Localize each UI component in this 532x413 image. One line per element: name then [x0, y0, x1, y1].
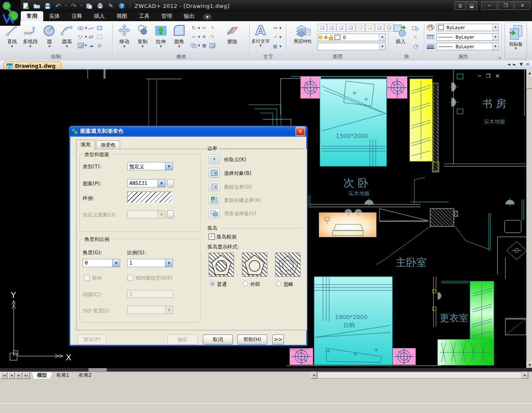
angle-combo[interactable]: 0 ▼ — [83, 259, 120, 267]
align-icon[interactable]: ≋ — [200, 33, 208, 40]
point-icon[interactable] — [76, 33, 85, 40]
pattern-browse-button[interactable]: .. — [167, 179, 174, 187]
layer-lock-icon[interactable]: ❏ — [356, 24, 365, 32]
cancel-button[interactable]: 取消 — [203, 334, 233, 344]
help-icon[interactable]: ? — [118, 2, 126, 10]
create-block-icon[interactable] — [411, 25, 419, 32]
ribbon-tab-insert[interactable]: 插入 — [88, 11, 111, 21]
tab-hatch[interactable]: 填充 — [76, 140, 95, 150]
island-normal-radio[interactable] — [209, 281, 215, 286]
pattern-combo-arrow-icon[interactable]: ▼ — [158, 179, 165, 187]
island-ignore-label[interactable]: 忽略 — [283, 281, 293, 288]
mtext-button[interactable]: A 多行文字▼ — [251, 22, 270, 55]
tab-last-icon[interactable]: ►| — [23, 372, 30, 379]
layer-filter-combo[interactable]: ▼ — [318, 43, 386, 50]
clipboard-button[interactable]: 剪贴板 ▼ — [505, 22, 527, 59]
ribbon-tab-solid[interactable]: 实体 — [43, 11, 66, 21]
linetype-combo[interactable]: ByLayer ▼ — [436, 33, 499, 41]
ribbon-tab-output[interactable]: 输出 — [178, 11, 200, 21]
minimize-button[interactable]: ─ — [481, 1, 497, 10]
island-outer-label[interactable]: 外部 — [250, 281, 260, 288]
tab-gradient[interactable]: 渐变色 — [96, 140, 120, 150]
clip-icon[interactable]: ✂ — [200, 25, 208, 32]
insert-button[interactable]: 插入 — [392, 22, 409, 55]
revcloud-icon[interactable]: ☁ — [87, 42, 95, 49]
stretch-button[interactable]: 拉伸▼ — [152, 22, 170, 55]
scale-combo[interactable]: 1 ▼ — [127, 259, 173, 267]
dimension-icon[interactable]: ↔ — [271, 25, 279, 32]
attribute-icon[interactable] — [411, 43, 419, 50]
layer-tool-icon[interactable]: ❏ — [337, 24, 346, 32]
custom-browse-button[interactable]: .. — [167, 210, 174, 219]
doctab-next-icon[interactable]: ► — [513, 62, 516, 66]
tab-prev-icon[interactable]: ◄ — [8, 372, 15, 379]
pencil-edit-icon[interactable]: ✎ — [208, 25, 217, 32]
linetype-combo-arrow-icon[interactable]: ▼ — [492, 34, 498, 40]
edit-block-icon[interactable]: ✎ — [411, 34, 419, 41]
pick-points-icon[interactable]: + — [209, 154, 220, 164]
layer-tool-icon[interactable]: ❏ — [327, 24, 336, 32]
tab-first-icon[interactable]: |◄ — [0, 372, 7, 379]
type-combo-arrow-icon[interactable]: ▼ — [165, 162, 172, 170]
canvas-hscroll-thumb[interactable] — [89, 368, 107, 371]
vertical-scrollbar[interactable]: ▲ ▼ — [526, 69, 532, 368]
erase-button[interactable]: 擦除 — [224, 22, 241, 55]
rectangle-icon[interactable] — [95, 25, 103, 32]
new-file-icon[interactable] — [22, 2, 30, 10]
island-detect-checkbox[interactable]: ✓ — [209, 234, 215, 240]
hatch-icon[interactable] — [76, 42, 85, 49]
undo-icon[interactable]: ↶ — [54, 2, 62, 10]
move-button[interactable]: 移动▼ — [116, 22, 133, 55]
scroll-down-icon[interactable]: ▼ — [527, 362, 532, 368]
doctab-prev-icon[interactable]: ◄ — [507, 62, 510, 66]
ellipse-icon[interactable]: + — [76, 25, 85, 32]
pattern-combo[interactable]: ANSI31 ▼ — [127, 179, 165, 187]
ribbon-tab-home[interactable]: 常用 — [21, 11, 43, 21]
island-outer-radio[interactable] — [243, 281, 248, 286]
rotate-icon[interactable]: ↻ — [190, 25, 198, 32]
print-icon[interactable] — [96, 2, 104, 10]
leader-icon[interactable]: ↗ — [271, 34, 279, 41]
vertical-scroll-thumb[interactable] — [527, 76, 532, 89]
workspace-switch-icon[interactable]: ⬓ — [466, 1, 477, 10]
arc-button[interactable]: 圆弧▼ — [58, 22, 76, 55]
array-icon[interactable]: ▦ — [200, 42, 208, 49]
tab-layout2[interactable]: 布局2 — [73, 372, 97, 379]
line-button[interactable]: 直线▼ — [3, 22, 21, 55]
island-outer-image[interactable] — [242, 253, 267, 277]
ribbon-tab-view[interactable]: 视图 — [111, 11, 133, 21]
ribbon-tab-manage[interactable]: 管理 — [155, 11, 178, 21]
angle-combo-arrow-icon[interactable]: ▼ — [112, 259, 120, 267]
open-file-icon[interactable] — [32, 2, 41, 10]
app-logo[interactable] — [0, 0, 20, 26]
tab-model[interactable]: 模型 — [32, 372, 52, 379]
lineweight-combo[interactable]: ByLayer ▼ — [436, 43, 499, 50]
pick-points-label[interactable]: 拾取点(K) — [224, 156, 246, 163]
lineweight-combo-arrow-icon[interactable]: ▼ — [492, 43, 498, 50]
canvas-hscrollbar[interactable] — [0, 368, 532, 371]
island-ignore-radio[interactable] — [276, 281, 281, 286]
type-combo[interactable]: 预定义 ▼ — [127, 162, 173, 170]
help-button[interactable]: 帮助(H) — [237, 334, 267, 344]
layer-tool-icon[interactable]: ❏ — [375, 24, 384, 32]
spline-icon[interactable] — [87, 25, 95, 32]
circle-button[interactable]: 圆▼ — [41, 22, 58, 55]
doc-minimize-icon[interactable]: ─ — [478, 73, 481, 79]
ribbon-tab-tools[interactable]: 工具 — [133, 11, 155, 21]
dialog-title-bar[interactable]: 图案填充和渐变色 ✕ — [69, 126, 308, 137]
offset-icon[interactable] — [190, 42, 198, 49]
pedit-icon[interactable]: ✎ — [208, 33, 217, 40]
region-icon[interactable] — [87, 33, 95, 40]
island-normal-label[interactable]: 普通 — [217, 281, 227, 288]
close-button[interactable]: ✕ — [515, 1, 530, 10]
maximize-button[interactable]: ❐ — [498, 1, 514, 10]
panel-launcher-icon[interactable]: ⇲ — [498, 56, 501, 60]
ribbon-minimize-icon[interactable]: ▼ — [203, 14, 212, 20]
layer-unlock-icon[interactable]: ❏ — [365, 24, 374, 32]
save-icon[interactable] — [43, 2, 52, 10]
hatchedit-icon[interactable] — [208, 42, 217, 49]
island-ignore-image[interactable] — [275, 253, 300, 277]
scroll-up-icon[interactable]: ▲ — [527, 70, 532, 76]
island-normal-image[interactable] — [209, 253, 234, 277]
select-objects-icon[interactable]: + — [209, 168, 220, 178]
